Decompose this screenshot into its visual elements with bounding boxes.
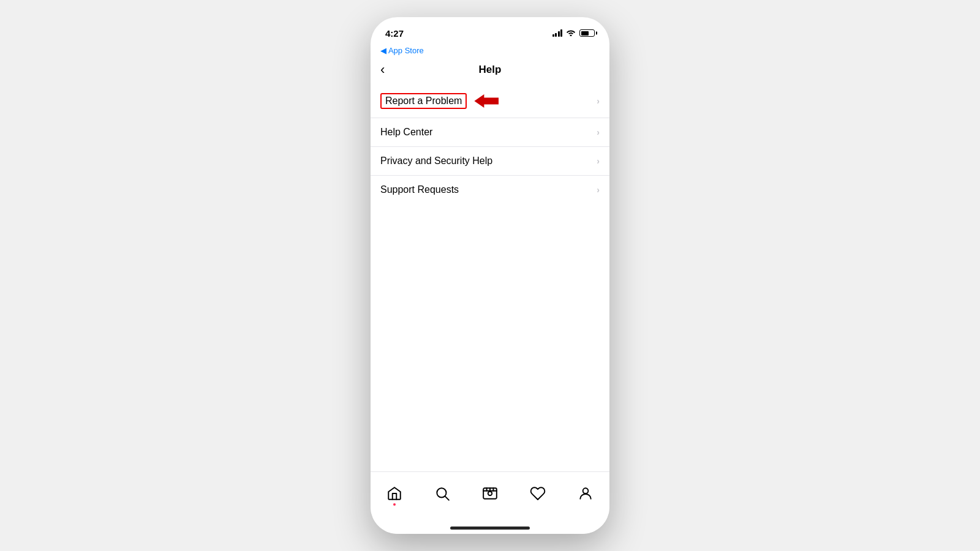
heart-icon: [529, 485, 546, 502]
tab-reels[interactable]: [481, 485, 499, 502]
svg-point-8: [583, 488, 589, 493]
battery-icon: [579, 29, 595, 37]
chevron-icon: ›: [597, 127, 600, 137]
page-title: Help: [479, 64, 502, 76]
tab-home[interactable]: [386, 485, 403, 502]
support-requests-label: Support Requests: [380, 184, 459, 195]
chevron-icon: ›: [597, 185, 600, 195]
phone-frame: 4:27 ◀ App Store ‹ Help: [371, 17, 609, 534]
report-problem-wrapper: Report a Problem: [380, 93, 499, 109]
report-problem-box: Report a Problem: [380, 93, 467, 109]
status-icons: [552, 29, 595, 38]
home-icon: [386, 485, 403, 502]
search-icon: [434, 485, 451, 502]
wifi-icon: [566, 29, 576, 38]
back-button[interactable]: ‹: [380, 63, 385, 77]
menu-item-help-center[interactable]: Help Center ›: [371, 118, 609, 147]
home-active-dot: [393, 503, 396, 506]
status-bar: 4:27: [371, 17, 609, 44]
menu-item-report-problem[interactable]: Report a Problem ›: [371, 84, 609, 118]
menu-content: Report a Problem › Help Center › Privacy…: [371, 84, 609, 471]
help-center-label: Help Center: [380, 127, 432, 138]
tab-profile[interactable]: [577, 485, 594, 502]
help-menu-list: Report a Problem › Help Center › Privacy…: [371, 84, 609, 204]
svg-point-3: [488, 491, 492, 495]
profile-icon: [577, 485, 594, 502]
signal-icon: [552, 29, 563, 37]
tab-likes[interactable]: [529, 485, 546, 502]
report-problem-label: Report a Problem: [385, 96, 462, 106]
page-header: ‹ Help: [371, 58, 609, 84]
tab-search[interactable]: [434, 485, 451, 502]
chevron-icon: ›: [597, 156, 600, 166]
red-arrow-icon: [474, 94, 499, 108]
reels-icon: [481, 485, 499, 502]
menu-item-support-requests[interactable]: Support Requests ›: [371, 176, 609, 204]
home-bar: [450, 527, 530, 530]
menu-item-privacy-security[interactable]: Privacy and Security Help ›: [371, 147, 609, 176]
nav-back-area: ◀ App Store: [371, 44, 609, 58]
chevron-icon: ›: [597, 96, 600, 106]
app-store-back-label: ◀ App Store: [380, 46, 424, 55]
home-indicator: [371, 522, 609, 534]
svg-line-1: [445, 496, 449, 500]
tab-bar: [371, 471, 609, 522]
privacy-security-label: Privacy and Security Help: [380, 156, 492, 167]
status-time: 4:27: [385, 28, 404, 39]
